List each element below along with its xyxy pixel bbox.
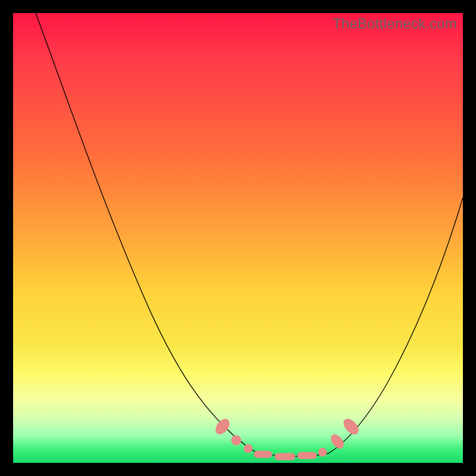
left-descent-bead-2: [231, 436, 241, 445]
valley-bead-3: [298, 452, 317, 459]
curve-left-branch: [36, 13, 256, 452]
valley-bead-2: [275, 453, 295, 460]
left-descent-bead-1: [213, 416, 231, 436]
outer-frame: TheBottleneck.com: [0, 0, 476, 476]
right-ascent-bead-1: [318, 448, 327, 456]
curve-right-branch: [328, 198, 463, 453]
valley-bead-1: [254, 451, 272, 458]
bottleneck-curve: [13, 13, 463, 463]
left-descent-bead-3: [244, 444, 252, 453]
plot-area: TheBottleneck.com: [13, 13, 463, 463]
